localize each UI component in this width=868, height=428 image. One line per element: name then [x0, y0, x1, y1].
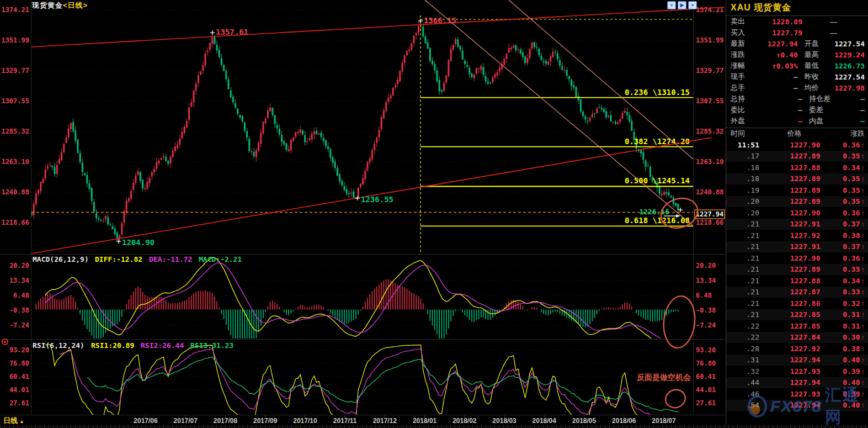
tick-price: 1227.87: [759, 288, 828, 296]
quote-value: ↑0.40: [754, 51, 798, 59]
quote-label: 最新: [731, 39, 754, 49]
quote-value: ↑0.03%: [754, 62, 798, 70]
quote-row: 最新1227.94开盘1227.54: [726, 38, 868, 49]
tick-change: 0.36: [828, 209, 860, 217]
date-axis: 2017/062017/072017/082017/092017/102017/…: [134, 415, 676, 425]
tick-change: 0.30: [828, 333, 860, 341]
tick-price: 1227.88: [759, 163, 828, 172]
up-arrow-icon: ↑: [861, 333, 865, 341]
quote-row: 委比—委差—: [726, 104, 868, 115]
symbol-name: 现货黄金: [754, 3, 791, 12]
svg-text:RSI(6,12,24): RSI(6,12,24): [33, 341, 84, 350]
tick-price: 1227.86: [759, 299, 828, 308]
svg-text:0.382 \1274.20: 0.382 \1274.20: [625, 137, 690, 146]
tick-row: .321227.930.39↑: [726, 366, 868, 377]
short-opportunity-note: 反面是做空机会: [636, 373, 691, 382]
quote-row: 现手—昨收1227.54: [726, 71, 868, 82]
up-arrow-icon: ↑: [861, 310, 865, 319]
period-label: 日线: [3, 416, 18, 425]
tick-time: .21: [731, 265, 759, 273]
tick-price: 1227.88: [759, 277, 828, 285]
autoplay-icon[interactable]: ▶: [678, 1, 686, 9]
quote-value: —: [756, 95, 802, 103]
quote-value: 1228.09: [756, 18, 802, 26]
tick-time: .18: [731, 163, 759, 172]
quote-value: 1227.94: [754, 40, 798, 48]
tick-change: 0.39: [828, 367, 860, 376]
up-arrow-icon: ↑: [861, 242, 865, 251]
bottom-scrollbar[interactable]: [0, 425, 868, 428]
svg-text:MACD:-2.21: MACD:-2.21: [199, 255, 242, 263]
quote-value: 1227.79: [756, 29, 802, 37]
svg-text:RSI2:26.44: RSI2:26.44: [141, 341, 184, 350]
tick-row: .181227.880.34↑: [726, 162, 868, 173]
tick-price: 1227.91: [759, 220, 828, 228]
period-selector[interactable]: 日线▲: [3, 416, 24, 426]
svg-text:2018/07: 2018/07: [652, 417, 676, 425]
quote-value: 1226.73: [834, 62, 865, 70]
time-and-sales-list[interactable]: 11:511227.900.36↑.171227.890.35↑.181227.…: [726, 139, 868, 411]
chart-canvas[interactable]: 1374.211374.211351.991351.991329.771329.…: [0, 0, 726, 428]
chart-title: 现货黄金<日线>: [32, 1, 88, 10]
svg-text:0.618 \1216.08: 0.618 \1216.08: [625, 216, 690, 225]
tick-price: 1227.94: [759, 378, 828, 387]
svg-text:1366.15: 1366.15: [424, 16, 456, 25]
tick-row: .211227.900.36↑: [726, 252, 868, 264]
tick-time: .32: [731, 367, 759, 376]
triangle-up-icon: ▲: [19, 419, 24, 424]
shift-right-icon[interactable]: »: [688, 1, 697, 9]
svg-text:2018/05: 2018/05: [572, 417, 597, 425]
quote-label: 最高: [805, 50, 834, 60]
quote-row: 涨跌↑0.40最高1229.24: [726, 49, 868, 60]
tick-row: .221227.850.31↑: [726, 320, 868, 332]
quote-label: 总持: [731, 94, 756, 104]
tick-row: .541227.940.40↑: [726, 400, 868, 411]
ticks-header: 时间价格涨跌: [726, 128, 868, 139]
svg-text:2018/02: 2018/02: [452, 417, 477, 425]
svg-text:1285.32: 1285.32: [1, 128, 29, 135]
svg-text:1240.88: 1240.88: [1, 188, 29, 196]
quote-label: 开盘: [805, 39, 834, 49]
svg-text:-0.38: -0.38: [9, 307, 29, 314]
quote-label: 持仓差: [809, 94, 841, 104]
up-arrow-icon: ↑: [861, 378, 865, 387]
tick-time: .28: [731, 345, 759, 353]
symbol-code: XAU: [731, 3, 751, 12]
tick-row: .201227.900.36↑: [726, 207, 868, 219]
svg-text:6.48: 6.48: [696, 292, 712, 299]
quote-label: 买入: [731, 28, 756, 38]
tick-row: .211227.880.34↑: [726, 275, 868, 287]
tick-time: .20: [731, 197, 759, 205]
quote-value: —: [841, 117, 865, 125]
svg-text:2017/11: 2017/11: [333, 417, 357, 425]
svg-text:1374.21: 1374.21: [1, 6, 29, 14]
tick-row: .191227.890.35↑: [726, 184, 868, 196]
svg-text:DEA:-11.72: DEA:-11.72: [149, 255, 192, 263]
quote-row: 卖出1228.09—: [726, 16, 868, 27]
quote-value: —: [756, 106, 802, 114]
tick-row: .211227.890.35↑: [726, 264, 868, 276]
tick-change: 0.38: [828, 345, 860, 353]
quote-label: 昨收: [805, 72, 834, 82]
quote-value: —: [841, 95, 865, 103]
tick-time: .21: [731, 277, 759, 285]
tick-row: .211227.850.31↑: [726, 309, 868, 321]
tick-change: 0.40: [828, 401, 860, 409]
up-arrow-icon: ↑: [861, 254, 865, 262]
tick-price: 1227.89: [759, 265, 828, 273]
tick-price: 1227.94: [759, 401, 828, 409]
quote-row: 总持—持仓差—: [726, 93, 868, 104]
up-arrow-icon: ↑: [861, 163, 865, 172]
up-arrow-icon: ↑: [861, 345, 865, 353]
svg-text:2017/12: 2017/12: [373, 417, 397, 425]
quote-row: 外盘—内盘—: [726, 115, 868, 126]
tick-row: .201227.890.35↑: [726, 196, 868, 208]
up-arrow-icon: ↑: [861, 277, 865, 285]
indicator-marker-icon[interactable]: [2, 339, 8, 345]
tick-change: 0.40: [828, 378, 860, 387]
svg-text:2017/08: 2017/08: [214, 417, 238, 425]
zoom-out-icon[interactable]: «: [667, 1, 676, 9]
tick-price: 1227.91: [759, 242, 828, 251]
tick-price: 1227.89: [759, 197, 828, 205]
tick-price: 1227.89: [759, 186, 828, 194]
